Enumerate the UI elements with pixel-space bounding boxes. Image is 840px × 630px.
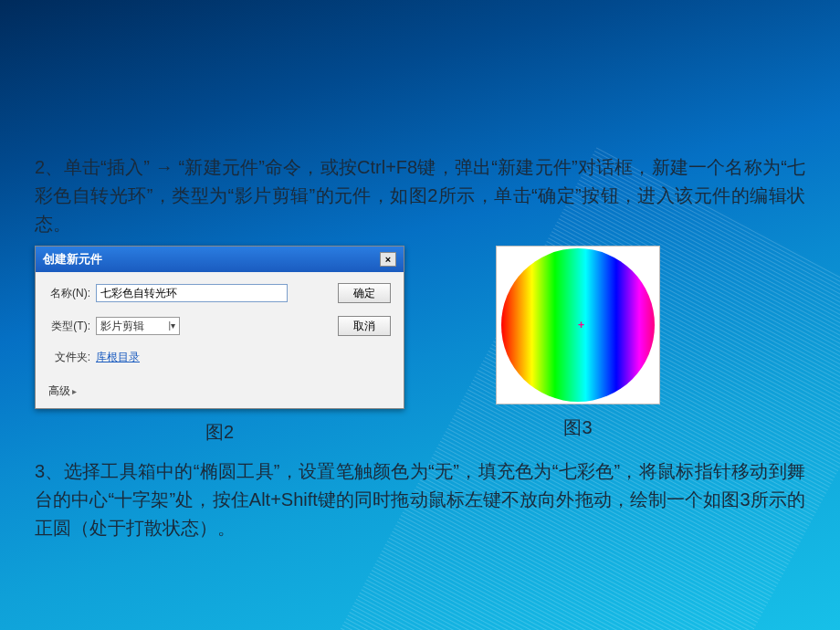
cancel-button[interactable]: 取消	[338, 316, 391, 336]
center-cross-icon: +	[578, 317, 584, 334]
ok-button[interactable]: 确定	[338, 283, 391, 303]
figure-2-caption: 图2	[35, 418, 404, 446]
type-value: 影片剪辑	[100, 318, 144, 335]
create-symbol-dialog: 创建新元件 × 名称(N): 确定 类型(T): 影片剪辑 |▾ 取消	[35, 246, 404, 409]
paragraph-2: 2、单击“插入” → “新建元件”命令，或按Ctrl+F8键，弹出“新建元件”对…	[35, 153, 805, 238]
folder-label: 文件夹:	[48, 349, 96, 366]
name-label: 名称(N):	[48, 285, 96, 302]
dialog-titlebar: 创建新元件 ×	[36, 247, 404, 272]
close-icon[interactable]: ×	[380, 252, 396, 267]
figure-3-caption: 图3	[563, 414, 592, 442]
chevron-right-icon: ▸	[72, 386, 77, 396]
folder-link[interactable]: 库根目录	[96, 349, 288, 366]
type-label: 类型(T):	[48, 318, 96, 335]
paragraph-3: 3、选择工具箱中的“椭圆工具”，设置笔触颜色为“无”，填充色为“七彩色”，将鼠标…	[35, 457, 805, 542]
color-wheel-figure: +	[496, 246, 660, 404]
type-combo[interactable]: 影片剪辑 |▾	[96, 317, 180, 335]
chevron-down-icon: |▾	[168, 319, 175, 333]
advanced-toggle[interactable]: 高级▸	[48, 379, 391, 400]
dialog-title: 创建新元件	[43, 250, 102, 268]
name-input[interactable]	[96, 284, 288, 302]
